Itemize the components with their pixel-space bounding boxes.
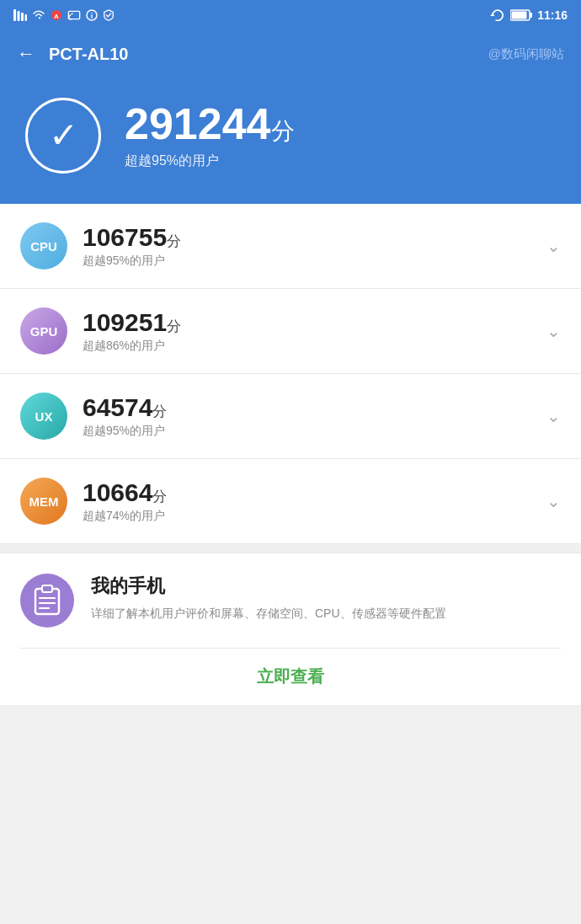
- cpu-badge: CPU: [20, 222, 67, 270]
- ux-unit: 分: [152, 403, 167, 419]
- score-unit: 分: [271, 118, 295, 144]
- cpu-score-display: 106755分: [83, 223, 531, 252]
- svg-rect-0: [13, 9, 16, 21]
- gpu-score-wrap: 109251分 超越86%的用户: [83, 308, 531, 354]
- benchmark-item-ux: UX 64574分 超越95%的用户 ⌄: [0, 374, 581, 459]
- cpu-label: 超越95%的用户: [83, 254, 531, 269]
- ux-chevron-icon[interactable]: ⌄: [546, 406, 561, 426]
- gpu-unit: 分: [167, 318, 181, 334]
- ux-score-wrap: 64574分 超越95%的用户: [83, 393, 531, 439]
- cpu-chevron-icon[interactable]: ⌄: [546, 236, 561, 256]
- benchmark-list: CPU 106755分 超越95%的用户 ⌄ GPU 109251分 超越86%…: [0, 204, 581, 544]
- score-section: ✓ 291244分 超越95%的用户: [0, 77, 581, 204]
- mem-label: 超越74%的用户: [83, 509, 531, 524]
- mem-score: 10664: [83, 478, 152, 506]
- header-bar: ← PCT-AL10 @数码闲聊站: [0, 30, 581, 77]
- watermark: @数码闲聊站: [488, 46, 564, 62]
- benchmark-item-gpu: GPU 109251分 超越86%的用户 ⌄: [0, 289, 581, 374]
- cta-wrap: 立即查看: [0, 649, 581, 705]
- total-score-number: 291244: [125, 99, 271, 148]
- shield-icon: [103, 9, 115, 21]
- svg-rect-2: [21, 13, 24, 21]
- score-circle: ✓: [25, 98, 101, 174]
- ux-badge: UX: [20, 393, 67, 440]
- mem-badge-label: MEM: [29, 494, 59, 509]
- svg-point-7: [70, 19, 72, 20]
- gpu-label: 超越86%的用户: [83, 339, 531, 354]
- cpu-badge-label: CPU: [30, 239, 57, 254]
- score-subtitle: 超越95%的用户: [125, 152, 295, 170]
- sync-icon: [490, 9, 505, 21]
- status-right: 11:16: [490, 8, 568, 22]
- mem-unit: 分: [152, 489, 167, 505]
- total-score-display: 291244分: [125, 102, 295, 147]
- gpu-score: 109251: [83, 308, 167, 336]
- svg-rect-13: [530, 13, 532, 18]
- ux-score-display: 64574分: [83, 393, 531, 422]
- status-icons-left: A i: [13, 9, 115, 21]
- sim-icon: [13, 9, 27, 21]
- ux-label: 超越95%的用户: [83, 424, 531, 439]
- phone-icon-badge: [20, 574, 74, 628]
- svg-marker-10: [490, 13, 494, 16]
- svg-rect-3: [25, 14, 28, 21]
- time-display: 11:16: [537, 8, 568, 22]
- gpu-score-display: 109251分: [83, 308, 531, 337]
- checkmark-icon: ✓: [49, 118, 78, 153]
- my-phone-top: 我的手机 详细了解本机用户评价和屏幕、存储空间、CPU、传感器等硬件配置: [20, 574, 561, 649]
- status-bar: A i 11:16: [0, 0, 581, 30]
- ux-score: 64574: [83, 393, 152, 421]
- wifi-icon: [32, 9, 45, 21]
- ux-badge-label: UX: [35, 409, 53, 424]
- svg-text:i: i: [91, 12, 93, 20]
- gpu-chevron-icon[interactable]: ⌄: [546, 321, 561, 341]
- clipboard-icon: [33, 585, 61, 617]
- svg-rect-1: [18, 11, 20, 21]
- phone-text-wrap: 我的手机 详细了解本机用户评价和屏幕、存储空间、CPU、传感器等硬件配置: [91, 574, 561, 622]
- back-button[interactable]: ←: [17, 43, 35, 65]
- mem-score-wrap: 10664分 超越74%的用户: [83, 478, 531, 524]
- svg-rect-12: [512, 12, 527, 19]
- cpu-score-wrap: 106755分 超越95%的用户: [83, 223, 531, 269]
- svg-rect-15: [42, 585, 52, 592]
- battery-icon: [510, 9, 532, 21]
- cpu-unit: 分: [167, 233, 181, 249]
- benchmark-item-cpu: CPU 106755分 超越95%的用户 ⌄: [0, 204, 581, 289]
- gpu-badge-label: GPU: [30, 324, 58, 339]
- mem-chevron-icon[interactable]: ⌄: [546, 491, 561, 511]
- mem-badge: MEM: [20, 478, 67, 525]
- svg-text:A: A: [54, 13, 59, 20]
- cast-icon: [67, 9, 81, 21]
- benchmark-item-mem: MEM 10664分 超越74%的用户 ⌄: [0, 459, 581, 544]
- phone-title: 我的手机: [91, 574, 561, 599]
- my-phone-section: 我的手机 详细了解本机用户评价和屏幕、存储空间、CPU、传感器等硬件配置: [0, 553, 581, 649]
- cta-button[interactable]: 立即查看: [257, 665, 324, 688]
- antutu-icon: A: [51, 9, 62, 21]
- score-info: 291244分 超越95%的用户: [125, 102, 295, 170]
- info-icon: i: [86, 9, 98, 21]
- cpu-score: 106755: [83, 223, 167, 251]
- gpu-badge: GPU: [20, 307, 67, 355]
- page-title: PCT-AL10: [49, 45, 488, 64]
- mem-score-display: 10664分: [83, 478, 531, 507]
- phone-description: 详细了解本机用户评价和屏幕、存储空间、CPU、传感器等硬件配置: [91, 604, 561, 622]
